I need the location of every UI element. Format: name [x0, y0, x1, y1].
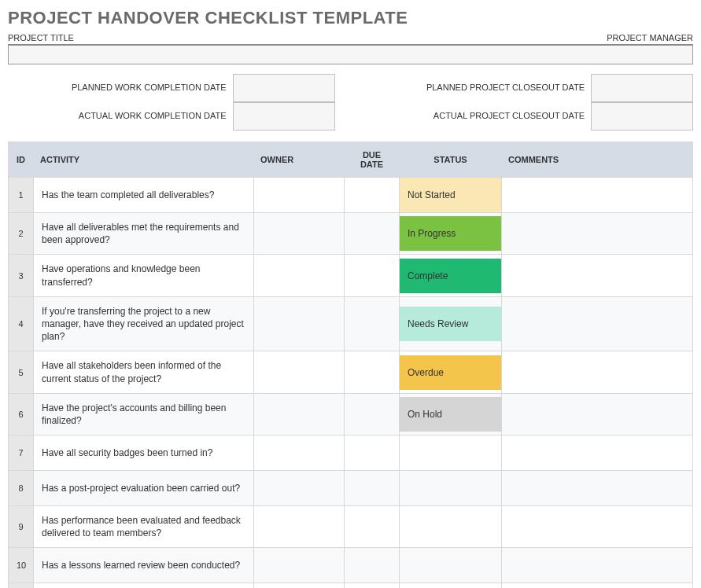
- status-badge: [400, 509, 501, 544]
- table-row: 10Has a lessons learned review been cond…: [9, 548, 693, 583]
- actual-closeout-label: ACTUAL PROJECT CLOSEOUT DATE: [367, 106, 592, 126]
- row-owner[interactable]: [254, 471, 345, 506]
- row-owner[interactable]: [254, 435, 345, 471]
- actual-closeout-input[interactable]: [591, 102, 693, 130]
- project-title-input[interactable]: [8, 44, 693, 64]
- table-row: 5Have all stakeholders been informed of …: [9, 351, 693, 393]
- row-status-cell[interactable]: [400, 548, 502, 583]
- row-activity: Has a lessons learned review been conduc…: [34, 548, 254, 583]
- row-comments[interactable]: [502, 255, 693, 296]
- row-id: 2: [9, 213, 34, 255]
- row-owner[interactable]: [254, 213, 345, 255]
- header-status: STATUS: [400, 142, 502, 178]
- table-row: 6Have the project's accounts and billing…: [9, 393, 693, 435]
- row-status-cell[interactable]: [400, 506, 502, 548]
- row-due-date[interactable]: [345, 435, 400, 471]
- row-id: 3: [9, 255, 34, 296]
- status-badge: [400, 583, 501, 588]
- row-status-cell[interactable]: Not Started: [400, 178, 502, 213]
- row-id: 4: [9, 296, 34, 351]
- status-badge: Not Started: [400, 178, 501, 212]
- row-comments[interactable]: [502, 393, 693, 435]
- header-owner: OWNER: [254, 142, 345, 178]
- row-activity: Has the team completed all deliverables?: [34, 178, 254, 213]
- header-due: DUE DATE: [345, 142, 400, 178]
- table-row: 3Have operations and knowledge been tran…: [9, 255, 693, 296]
- row-id: 1: [9, 178, 34, 213]
- planned-work-input[interactable]: [233, 74, 335, 102]
- row-activity: Have the project's accounts and billing …: [34, 393, 254, 435]
- header-activity: ACTIVITY: [34, 142, 254, 178]
- row-due-date[interactable]: [345, 351, 400, 393]
- status-badge: [400, 548, 501, 582]
- row-status-cell[interactable]: [400, 435, 502, 471]
- status-badge: Overdue: [400, 355, 501, 390]
- row-owner[interactable]: [254, 351, 345, 393]
- checklist-table: ID ACTIVITY OWNER DUE DATE STATUS COMMEN…: [8, 141, 693, 588]
- project-manager-label: PROJECT MANAGER: [607, 33, 693, 42]
- table-row: 11Has a project closure report been comp…: [9, 583, 693, 588]
- row-comments[interactable]: [502, 296, 693, 351]
- actual-work-input[interactable]: [233, 102, 335, 130]
- row-owner[interactable]: [254, 548, 345, 583]
- status-badge: In Progress: [400, 216, 501, 251]
- row-status-cell[interactable]: Complete: [400, 255, 502, 296]
- row-status-cell[interactable]: Needs Review: [400, 296, 502, 351]
- row-comments[interactable]: [502, 583, 693, 588]
- row-activity: Have all stakeholders been informed of t…: [34, 351, 254, 393]
- row-activity: Has a project closure report been comple…: [34, 583, 254, 588]
- table-row: 1Has the team completed all deliverables…: [9, 178, 693, 213]
- status-badge: Complete: [400, 259, 501, 293]
- row-comments[interactable]: [502, 548, 693, 583]
- row-activity: Has performance been evaluated and feedb…: [34, 506, 254, 548]
- row-id: 8: [9, 471, 34, 506]
- row-due-date[interactable]: [345, 471, 400, 506]
- row-status-cell[interactable]: In Progress: [400, 213, 502, 255]
- row-status-cell[interactable]: [400, 583, 502, 588]
- row-activity: Have operations and knowledge been trans…: [34, 255, 254, 296]
- row-due-date[interactable]: [345, 296, 400, 351]
- row-due-date[interactable]: [345, 213, 400, 255]
- row-owner[interactable]: [254, 393, 345, 435]
- row-comments[interactable]: [502, 351, 693, 393]
- row-owner[interactable]: [254, 178, 345, 213]
- row-status-cell[interactable]: On Hold: [400, 393, 502, 435]
- planned-work-label: PLANNED WORK COMPLETION DATE: [8, 78, 233, 97]
- status-badge: On Hold: [400, 397, 501, 432]
- row-comments[interactable]: [502, 435, 693, 471]
- table-row: 2Have all deliverables met the requireme…: [9, 213, 693, 255]
- row-activity: Have all deliverables met the requiremen…: [34, 213, 254, 255]
- row-owner[interactable]: [254, 296, 345, 351]
- row-owner[interactable]: [254, 506, 345, 548]
- table-row: 4If you're transferring the project to a…: [9, 296, 693, 351]
- planned-closeout-input[interactable]: [591, 74, 693, 102]
- row-due-date[interactable]: [345, 583, 400, 588]
- row-due-date[interactable]: [345, 393, 400, 435]
- row-id: 6: [9, 393, 34, 435]
- page-title: PROJECT HANDOVER CHECKLIST TEMPLATE: [8, 8, 693, 28]
- row-owner[interactable]: [254, 583, 345, 588]
- row-comments[interactable]: [502, 213, 693, 255]
- row-activity: If you're transferring the project to a …: [34, 296, 254, 351]
- row-comments[interactable]: [502, 471, 693, 506]
- row-id: 7: [9, 435, 34, 471]
- row-owner[interactable]: [254, 255, 345, 296]
- row-comments[interactable]: [502, 506, 693, 548]
- row-id: 11: [9, 583, 34, 588]
- planned-closeout-label: PLANNED PROJECT CLOSEOUT DATE: [367, 78, 592, 97]
- row-due-date[interactable]: [345, 548, 400, 583]
- row-due-date[interactable]: [345, 506, 400, 548]
- status-badge: Needs Review: [400, 307, 501, 341]
- status-badge: [400, 471, 501, 505]
- row-id: 9: [9, 506, 34, 548]
- row-status-cell[interactable]: Overdue: [400, 351, 502, 393]
- project-title-label: PROJECT TITLE: [8, 33, 74, 42]
- row-comments[interactable]: [502, 178, 693, 213]
- table-row: 9Has performance been evaluated and feed…: [9, 506, 693, 548]
- header-comments: COMMENTS: [502, 142, 693, 178]
- row-id: 5: [9, 351, 34, 393]
- row-status-cell[interactable]: [400, 471, 502, 506]
- row-due-date[interactable]: [345, 178, 400, 213]
- status-badge: [400, 435, 501, 470]
- row-due-date[interactable]: [345, 255, 400, 296]
